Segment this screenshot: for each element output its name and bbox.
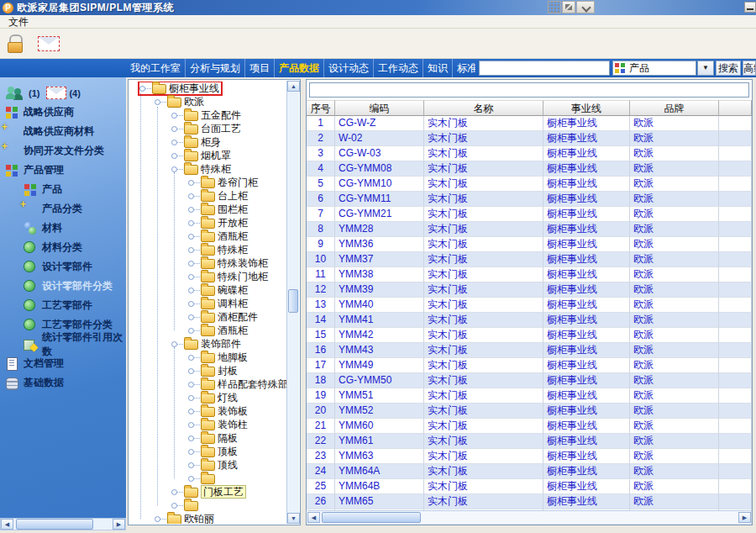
resize-icon[interactable] — [562, 1, 575, 13]
tree-handle-icon[interactable] — [188, 462, 194, 468]
scrollbar-thumb[interactable] — [288, 289, 298, 313]
tree-handle-icon[interactable] — [188, 207, 194, 213]
sidebar-horizontal-scrollbar[interactable]: ◀ ▶ — [0, 518, 126, 530]
tree-node-23[interactable]: 灯线 — [129, 391, 287, 404]
table-row[interactable]: 3CG-W-03实木门板橱柜事业线欧派 — [307, 146, 752, 161]
sidebar-item-6[interactable]: 材料 — [0, 219, 126, 238]
tree-handle-icon[interactable] — [188, 435, 194, 441]
tree-node-2[interactable]: 五金配件 — [129, 108, 287, 122]
sidebar-item-3[interactable]: 产品管理 — [0, 161, 126, 180]
scope-dropdown-arrow[interactable]: ▼ — [697, 61, 714, 76]
tree-node-16[interactable]: 调料柜 — [129, 297, 287, 310]
table-row[interactable]: 16YMM43实木门板橱柜事业线欧派 — [307, 343, 752, 358]
search-input[interactable] — [479, 61, 610, 76]
logout-button[interactable] — [3, 32, 29, 55]
nav-item-4[interactable]: 设计动态 — [324, 59, 374, 77]
tree-handle-icon[interactable] — [171, 140, 177, 145]
scrollbar-thumb[interactable] — [322, 512, 421, 523]
table-row[interactable]: 9YMM36实木门板橱柜事业线欧派 — [307, 237, 752, 252]
tree-handle-icon[interactable] — [188, 449, 194, 455]
tree-handle-icon[interactable] — [188, 301, 194, 307]
tree-node-29[interactable] — [129, 472, 287, 485]
tree-node-32[interactable]: 欧铂丽 — [129, 512, 287, 524]
tree-node-15[interactable]: 碗碟柜 — [129, 283, 287, 297]
tree-handle-icon[interactable] — [171, 113, 177, 119]
tree-handle-icon[interactable] — [188, 261, 194, 266]
tree-handle-icon[interactable] — [188, 395, 194, 401]
tree-node-6[interactable]: 特殊柜 — [129, 162, 287, 176]
column-header-0[interactable]: 序号 — [307, 100, 335, 116]
sidebar-item-4[interactable]: 产品 — [0, 180, 126, 199]
tree-node-1[interactable]: 欧派 — [129, 95, 287, 108]
menu-item-file[interactable]: 文件 — [5, 15, 32, 29]
tree-node-5[interactable]: 烟机罩 — [129, 149, 287, 162]
table-filter-input[interactable] — [309, 82, 749, 98]
column-header-2[interactable]: 名称 — [424, 100, 543, 116]
sidebar-item-7[interactable]: 材料分类 — [0, 238, 126, 257]
tree-handle-icon[interactable] — [155, 99, 160, 105]
table-row[interactable]: 5CG-YMM10实木门板橱柜事业线欧派 — [307, 177, 752, 192]
table-row[interactable]: 21YMM60实木门板橱柜事业线欧派 — [307, 419, 752, 434]
tree-handle-icon[interactable] — [171, 153, 177, 159]
tree-handle-icon[interactable] — [188, 314, 194, 320]
scroll-right-icon[interactable]: ▶ — [738, 512, 751, 523]
table-row[interactable]: 4CG-YMM08实木门板橱柜事业线欧派 — [307, 161, 752, 177]
table-row[interactable]: 11YMM38实木门板橱柜事业线欧派 — [307, 267, 752, 282]
table-row[interactable]: 12YMM39实木门板橱柜事业线欧派 — [307, 282, 752, 298]
scroll-left-icon[interactable]: ◀ — [307, 512, 320, 523]
tree-handle-icon[interactable] — [188, 274, 194, 280]
nav-item-2[interactable]: 项目 — [245, 59, 275, 77]
table-row[interactable]: 23YMM63实木门板橱柜事业线欧派 — [307, 449, 752, 464]
tree-node-3[interactable]: 台面工艺 — [129, 122, 287, 135]
tree-node-13[interactable]: 特殊装饰柜 — [129, 256, 287, 270]
tree-node-21[interactable]: 封板 — [129, 364, 287, 377]
tree-node-30[interactable]: 门板工艺 — [129, 485, 287, 499]
table-row[interactable]: 7CG-YMM21实木门板橱柜事业线欧派 — [307, 207, 752, 222]
scroll-left-icon[interactable]: ◀ — [1, 519, 13, 530]
sidebar-item-12[interactable]: 统计零部件引用次数 — [0, 335, 126, 354]
table-row[interactable]: 6CG-YMM11实木门板橱柜事业线欧派 — [307, 192, 752, 207]
tree-handle-icon[interactable] — [188, 382, 194, 388]
sidebar-item-10[interactable]: 工艺零部件 — [0, 296, 126, 315]
table-row[interactable]: 22YMM61实木门板橱柜事业线欧派 — [307, 434, 752, 449]
tree-handle-icon[interactable] — [171, 341, 177, 347]
nav-item-3[interactable]: 产品数据 — [275, 59, 324, 77]
sidebar-item-8[interactable]: 设计零部件 — [0, 257, 126, 277]
tree-handle-icon[interactable] — [155, 516, 160, 522]
tree-handle-icon[interactable] — [171, 489, 177, 495]
grid-icon[interactable] — [548, 1, 561, 13]
tree-node-22[interactable]: 样品配套特殊部件 — [129, 377, 287, 391]
sidebar-item-0[interactable]: 战略供应商 — [0, 103, 126, 122]
sidebar-item-14[interactable]: 基础数据 — [0, 373, 126, 393]
tree-handle-icon[interactable] — [171, 126, 177, 132]
tree-handle-icon[interactable] — [188, 180, 194, 186]
tree-node-14[interactable]: 特殊门地柜 — [129, 270, 287, 283]
tree-handle-icon[interactable] — [188, 193, 194, 199]
scroll-down-icon[interactable]: ▼ — [287, 513, 300, 524]
tree-handle-icon[interactable] — [188, 328, 194, 334]
tree-node-17[interactable]: 酒柜配件 — [129, 310, 287, 324]
tree-node-19[interactable]: 装饰部件 — [129, 337, 287, 351]
tree-handle-icon[interactable] — [188, 234, 194, 240]
sidebar-item-5[interactable]: 产品分类 — [0, 199, 126, 219]
table-row[interactable]: 10YMM37实木门板橱柜事业线欧派 — [307, 252, 752, 267]
tree-node-31[interactable] — [129, 499, 287, 512]
tree-node-28[interactable]: 顶线 — [129, 458, 287, 472]
nav-item-1[interactable]: 分析与规划 — [186, 59, 245, 77]
chevron-down-icon[interactable] — [576, 1, 595, 13]
tree-node-0[interactable]: 橱柜事业线 — [129, 82, 287, 95]
tree-handle-icon[interactable] — [188, 368, 194, 374]
tree-node-26[interactable]: 隔板 — [129, 431, 287, 445]
table-row[interactable]: 18CG-YMM50实木门板橱柜事业线欧派 — [307, 373, 752, 388]
search-button[interactable]: 搜索 — [716, 61, 741, 76]
table-row[interactable]: 25YMM64B实木门板橱柜事业线欧派 — [307, 479, 752, 494]
tree-node-27[interactable]: 顶板 — [129, 445, 287, 458]
tree-vertical-scrollbar[interactable]: ▲ ▼ — [286, 81, 299, 524]
table-row[interactable]: 24YMM64A实木门板橱柜事业线欧派 — [307, 464, 752, 479]
tree-node-7[interactable]: 卷帘门柜 — [129, 176, 287, 189]
column-header-4[interactable]: 品牌 — [630, 100, 719, 116]
tree-handle-icon[interactable] — [171, 503, 177, 509]
sidebar-item-9[interactable]: 设计零部件分类 — [0, 277, 126, 296]
column-header-5[interactable] — [719, 100, 752, 116]
tree-handle-icon[interactable] — [188, 220, 194, 226]
